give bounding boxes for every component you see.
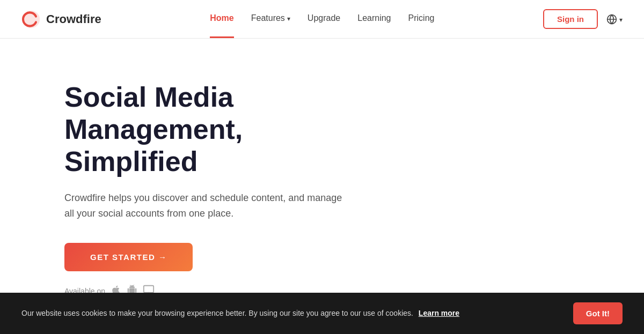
hero-section: Social Media Management, Simplified Crow… [0, 39, 376, 331]
cookie-learn-more-link[interactable]: Learn more [419, 309, 459, 317]
nav-pricing[interactable]: Pricing [408, 13, 435, 25]
cookie-banner: Our website uses cookies to make your br… [0, 293, 644, 331]
lang-chevron-icon [619, 14, 623, 24]
signin-button[interactable]: Sign in [543, 9, 598, 29]
navbar: Crowdfire Home Features Upgrade Learning… [0, 0, 644, 39]
nav-links: Home Features Upgrade Learning Pricing [210, 13, 434, 25]
nav-upgrade[interactable]: Upgrade [308, 13, 340, 25]
features-chevron-icon [287, 13, 290, 23]
cookie-message: Our website uses cookies to make your br… [21, 308, 552, 319]
nav-learning[interactable]: Learning [357, 13, 391, 25]
hero-title: Social Media Management, Simplified [64, 81, 354, 177]
language-selector[interactable] [606, 14, 623, 25]
get-started-button[interactable]: GET STARTED → [64, 243, 193, 271]
brand-name: Crowdfire [46, 12, 101, 26]
nav-home[interactable]: Home [210, 13, 233, 25]
hero-subtitle: Crowdfire helps you discover and schedul… [64, 190, 343, 221]
nav-right: Sign in [543, 9, 623, 29]
logo-icon [21, 10, 41, 29]
cookie-got-it-button[interactable]: Got It! [573, 302, 623, 324]
globe-icon [606, 14, 617, 25]
svg-rect-3 [144, 286, 153, 293]
nav-features[interactable]: Features [251, 13, 290, 25]
logo-link[interactable]: Crowdfire [21, 10, 101, 29]
